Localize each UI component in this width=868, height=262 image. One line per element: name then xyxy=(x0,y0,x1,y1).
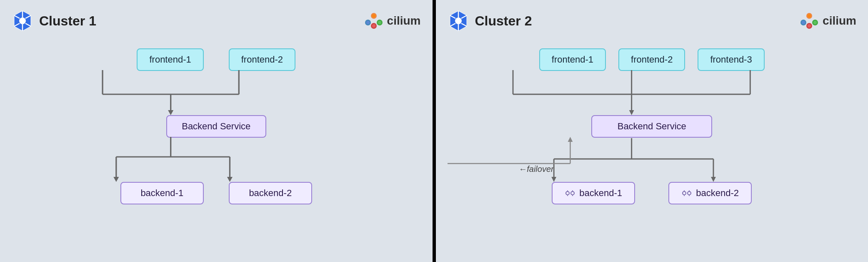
failover-label: ←failover xyxy=(518,164,553,174)
cluster1-backend-row: backend-1 backend-2 xyxy=(112,182,320,204)
kubernetes2-icon xyxy=(448,10,469,32)
svg-point-50 xyxy=(688,191,691,195)
svg-point-1 xyxy=(19,18,26,24)
svg-marker-65 xyxy=(551,177,556,182)
svg-point-42 xyxy=(808,24,811,28)
cluster1-title-group: Cluster 1 xyxy=(12,10,96,32)
svg-point-13 xyxy=(366,21,370,24)
svg-point-15 xyxy=(372,24,375,28)
cilium1-logo: cilium xyxy=(364,12,421,30)
cluster2-frontend-row: frontend-1 frontend-2 frontend-3 xyxy=(495,48,808,71)
cluster1-backend2: backend-2 xyxy=(229,182,312,204)
cluster1-diagram: frontend-1 frontend-2 Backend Service ba… xyxy=(12,48,421,240)
svg-point-49 xyxy=(683,191,686,195)
kubernetes-icon xyxy=(12,10,33,32)
cluster2-backend1: backend-1 xyxy=(552,182,635,204)
svg-marker-25 xyxy=(113,177,119,182)
cluster2-panel: Cluster 2 cilium frontend-1 fro xyxy=(436,0,868,262)
svg-point-39 xyxy=(808,14,811,18)
cluster2-backend2: backend-2 xyxy=(668,182,752,204)
cluster1-frontend-row: frontend-1 frontend-2 xyxy=(91,48,341,71)
svg-marker-20 xyxy=(168,110,173,115)
svg-point-14 xyxy=(378,21,381,24)
cluster2-backend-service: Backend Service xyxy=(591,115,712,138)
cluster2-title-group: Cluster 2 xyxy=(448,10,532,32)
svg-point-43 xyxy=(566,191,569,195)
cluster2-frontend1: frontend-1 xyxy=(539,48,606,71)
svg-point-28 xyxy=(455,18,462,24)
cluster2-header: Cluster 2 cilium xyxy=(448,10,857,32)
svg-marker-60 xyxy=(629,110,634,115)
cluster1-title: Cluster 1 xyxy=(39,13,96,29)
svg-marker-69 xyxy=(568,137,573,142)
cilium2-logo: cilium xyxy=(799,12,856,30)
cluster2-frontend3: frontend-3 xyxy=(698,48,764,71)
svg-point-12 xyxy=(372,14,375,18)
cluster1-backend-service: Backend Service xyxy=(166,115,266,138)
cilium1-icon xyxy=(364,12,384,30)
cluster1-backend1: backend-1 xyxy=(120,182,204,204)
cilium2-label: cilium xyxy=(823,14,856,28)
svg-point-44 xyxy=(571,191,574,195)
cluster2-frontend2: frontend-2 xyxy=(618,48,685,71)
backend1-node-icon xyxy=(564,189,576,198)
cluster1-arrows xyxy=(12,48,421,240)
cluster1-panel: Cluster 1 cilium frontend-1 xyxy=(0,0,433,262)
svg-marker-26 xyxy=(227,177,233,182)
cluster2-arrows xyxy=(448,48,857,240)
cluster1-header: Cluster 1 cilium xyxy=(12,10,421,32)
cluster1-frontend1: frontend-1 xyxy=(137,48,203,71)
cluster2-diagram: frontend-1 frontend-2 frontend-3 Backend… xyxy=(448,48,857,240)
cluster2-title: Cluster 2 xyxy=(475,13,532,29)
cilium2-icon xyxy=(799,12,819,30)
svg-point-41 xyxy=(813,21,817,24)
cluster2-backend-row: backend-1 backend-2 xyxy=(531,182,773,204)
svg-point-40 xyxy=(802,21,805,24)
cilium1-label: cilium xyxy=(387,14,421,28)
cluster1-frontend2: frontend-2 xyxy=(229,48,295,71)
svg-marker-66 xyxy=(711,177,716,182)
backend2-node-icon xyxy=(681,189,693,198)
